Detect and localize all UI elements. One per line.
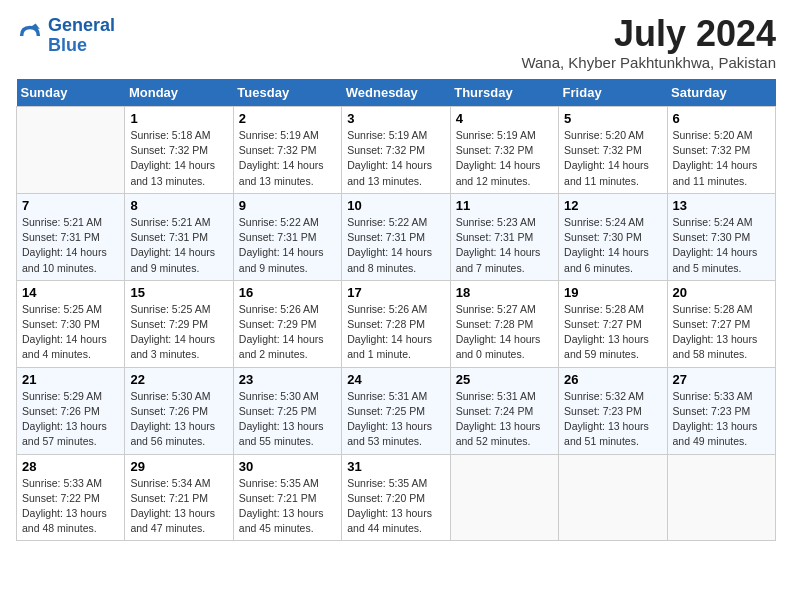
day-info: Sunrise: 5:20 AM Sunset: 7:32 PM Dayligh… (673, 128, 770, 189)
day-number: 23 (239, 372, 336, 387)
day-info: Sunrise: 5:23 AM Sunset: 7:31 PM Dayligh… (456, 215, 553, 276)
calendar-cell: 18Sunrise: 5:27 AM Sunset: 7:28 PM Dayli… (450, 280, 558, 367)
day-info: Sunrise: 5:18 AM Sunset: 7:32 PM Dayligh… (130, 128, 227, 189)
calendar-cell (450, 454, 558, 541)
day-info: Sunrise: 5:20 AM Sunset: 7:32 PM Dayligh… (564, 128, 661, 189)
day-info: Sunrise: 5:22 AM Sunset: 7:31 PM Dayligh… (239, 215, 336, 276)
calendar-cell: 12Sunrise: 5:24 AM Sunset: 7:30 PM Dayli… (559, 193, 667, 280)
day-number: 6 (673, 111, 770, 126)
calendar-cell: 17Sunrise: 5:26 AM Sunset: 7:28 PM Dayli… (342, 280, 450, 367)
calendar-cell: 4Sunrise: 5:19 AM Sunset: 7:32 PM Daylig… (450, 107, 558, 194)
day-info: Sunrise: 5:21 AM Sunset: 7:31 PM Dayligh… (22, 215, 119, 276)
calendar-cell: 7Sunrise: 5:21 AM Sunset: 7:31 PM Daylig… (17, 193, 125, 280)
day-info: Sunrise: 5:26 AM Sunset: 7:29 PM Dayligh… (239, 302, 336, 363)
day-number: 27 (673, 372, 770, 387)
day-info: Sunrise: 5:28 AM Sunset: 7:27 PM Dayligh… (673, 302, 770, 363)
day-number: 7 (22, 198, 119, 213)
day-info: Sunrise: 5:34 AM Sunset: 7:21 PM Dayligh… (130, 476, 227, 537)
day-header-thursday: Thursday (450, 79, 558, 107)
day-info: Sunrise: 5:30 AM Sunset: 7:25 PM Dayligh… (239, 389, 336, 450)
day-number: 10 (347, 198, 444, 213)
day-info: Sunrise: 5:19 AM Sunset: 7:32 PM Dayligh… (456, 128, 553, 189)
day-number: 25 (456, 372, 553, 387)
day-number: 26 (564, 372, 661, 387)
day-number: 8 (130, 198, 227, 213)
calendar-week-row: 28Sunrise: 5:33 AM Sunset: 7:22 PM Dayli… (17, 454, 776, 541)
day-info: Sunrise: 5:30 AM Sunset: 7:26 PM Dayligh… (130, 389, 227, 450)
calendar-cell: 23Sunrise: 5:30 AM Sunset: 7:25 PM Dayli… (233, 367, 341, 454)
day-info: Sunrise: 5:19 AM Sunset: 7:32 PM Dayligh… (239, 128, 336, 189)
day-number: 15 (130, 285, 227, 300)
day-number: 29 (130, 459, 227, 474)
title-block: July 2024 Wana, Khyber Pakhtunkhwa, Paki… (521, 16, 776, 71)
day-number: 18 (456, 285, 553, 300)
day-info: Sunrise: 5:29 AM Sunset: 7:26 PM Dayligh… (22, 389, 119, 450)
calendar-cell: 30Sunrise: 5:35 AM Sunset: 7:21 PM Dayli… (233, 454, 341, 541)
day-number: 9 (239, 198, 336, 213)
calendar-cell (667, 454, 775, 541)
calendar-cell: 25Sunrise: 5:31 AM Sunset: 7:24 PM Dayli… (450, 367, 558, 454)
calendar-cell: 9Sunrise: 5:22 AM Sunset: 7:31 PM Daylig… (233, 193, 341, 280)
calendar-cell: 29Sunrise: 5:34 AM Sunset: 7:21 PM Dayli… (125, 454, 233, 541)
day-info: Sunrise: 5:19 AM Sunset: 7:32 PM Dayligh… (347, 128, 444, 189)
day-info: Sunrise: 5:21 AM Sunset: 7:31 PM Dayligh… (130, 215, 227, 276)
logo-line1: General (48, 15, 115, 35)
day-number: 2 (239, 111, 336, 126)
calendar-cell: 3Sunrise: 5:19 AM Sunset: 7:32 PM Daylig… (342, 107, 450, 194)
logo: General Blue (16, 16, 115, 56)
day-info: Sunrise: 5:35 AM Sunset: 7:20 PM Dayligh… (347, 476, 444, 537)
calendar-cell: 21Sunrise: 5:29 AM Sunset: 7:26 PM Dayli… (17, 367, 125, 454)
calendar-cell: 13Sunrise: 5:24 AM Sunset: 7:30 PM Dayli… (667, 193, 775, 280)
calendar-cell: 15Sunrise: 5:25 AM Sunset: 7:29 PM Dayli… (125, 280, 233, 367)
calendar-week-row: 1Sunrise: 5:18 AM Sunset: 7:32 PM Daylig… (17, 107, 776, 194)
calendar-cell: 27Sunrise: 5:33 AM Sunset: 7:23 PM Dayli… (667, 367, 775, 454)
calendar-cell: 31Sunrise: 5:35 AM Sunset: 7:20 PM Dayli… (342, 454, 450, 541)
logo-text: General Blue (48, 16, 115, 56)
page-header: General Blue July 2024 Wana, Khyber Pakh… (16, 16, 776, 71)
day-info: Sunrise: 5:27 AM Sunset: 7:28 PM Dayligh… (456, 302, 553, 363)
logo-icon (16, 22, 44, 50)
day-number: 12 (564, 198, 661, 213)
day-number: 16 (239, 285, 336, 300)
calendar-cell: 6Sunrise: 5:20 AM Sunset: 7:32 PM Daylig… (667, 107, 775, 194)
calendar-cell: 2Sunrise: 5:19 AM Sunset: 7:32 PM Daylig… (233, 107, 341, 194)
calendar-cell: 10Sunrise: 5:22 AM Sunset: 7:31 PM Dayli… (342, 193, 450, 280)
day-info: Sunrise: 5:33 AM Sunset: 7:22 PM Dayligh… (22, 476, 119, 537)
calendar-header-row: SundayMondayTuesdayWednesdayThursdayFrid… (17, 79, 776, 107)
day-info: Sunrise: 5:28 AM Sunset: 7:27 PM Dayligh… (564, 302, 661, 363)
location: Wana, Khyber Pakhtunkhwa, Pakistan (521, 54, 776, 71)
calendar-week-row: 14Sunrise: 5:25 AM Sunset: 7:30 PM Dayli… (17, 280, 776, 367)
day-number: 24 (347, 372, 444, 387)
day-info: Sunrise: 5:22 AM Sunset: 7:31 PM Dayligh… (347, 215, 444, 276)
calendar-cell: 19Sunrise: 5:28 AM Sunset: 7:27 PM Dayli… (559, 280, 667, 367)
calendar-cell: 22Sunrise: 5:30 AM Sunset: 7:26 PM Dayli… (125, 367, 233, 454)
day-info: Sunrise: 5:33 AM Sunset: 7:23 PM Dayligh… (673, 389, 770, 450)
calendar-week-row: 7Sunrise: 5:21 AM Sunset: 7:31 PM Daylig… (17, 193, 776, 280)
day-number: 28 (22, 459, 119, 474)
day-info: Sunrise: 5:26 AM Sunset: 7:28 PM Dayligh… (347, 302, 444, 363)
calendar-cell (17, 107, 125, 194)
calendar-cell: 8Sunrise: 5:21 AM Sunset: 7:31 PM Daylig… (125, 193, 233, 280)
day-number: 17 (347, 285, 444, 300)
day-number: 11 (456, 198, 553, 213)
day-number: 31 (347, 459, 444, 474)
day-header-monday: Monday (125, 79, 233, 107)
day-number: 19 (564, 285, 661, 300)
day-number: 20 (673, 285, 770, 300)
day-info: Sunrise: 5:31 AM Sunset: 7:25 PM Dayligh… (347, 389, 444, 450)
day-number: 5 (564, 111, 661, 126)
calendar-table: SundayMondayTuesdayWednesdayThursdayFrid… (16, 79, 776, 541)
calendar-cell: 16Sunrise: 5:26 AM Sunset: 7:29 PM Dayli… (233, 280, 341, 367)
calendar-cell: 11Sunrise: 5:23 AM Sunset: 7:31 PM Dayli… (450, 193, 558, 280)
day-header-friday: Friday (559, 79, 667, 107)
calendar-cell (559, 454, 667, 541)
day-info: Sunrise: 5:24 AM Sunset: 7:30 PM Dayligh… (564, 215, 661, 276)
day-header-saturday: Saturday (667, 79, 775, 107)
day-number: 30 (239, 459, 336, 474)
day-number: 13 (673, 198, 770, 213)
day-info: Sunrise: 5:24 AM Sunset: 7:30 PM Dayligh… (673, 215, 770, 276)
calendar-cell: 14Sunrise: 5:25 AM Sunset: 7:30 PM Dayli… (17, 280, 125, 367)
day-number: 3 (347, 111, 444, 126)
day-info: Sunrise: 5:32 AM Sunset: 7:23 PM Dayligh… (564, 389, 661, 450)
day-header-wednesday: Wednesday (342, 79, 450, 107)
